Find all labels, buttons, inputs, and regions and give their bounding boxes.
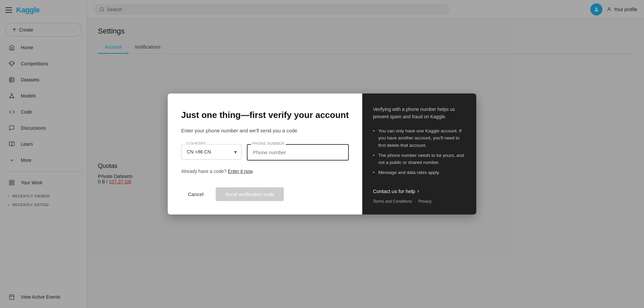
modal-subtitle: Enter your phone number and we'll send y… [181, 128, 349, 133]
already-have-code-text: Already have a code? Enter it now. [181, 169, 349, 174]
privacy-link[interactable]: Privacy [418, 199, 431, 204]
cancel-button[interactable]: Cancel [181, 187, 210, 201]
arrow-right-icon: › [417, 188, 419, 194]
modal-actions: Cancel Send verification code [181, 187, 349, 201]
phone-label: PHONE NUMBER [251, 141, 286, 145]
contact-us-label: Contact us for help [373, 188, 415, 194]
bullet-3: Message and data rates apply. [373, 169, 466, 176]
verify-modal: Just one thing—first verify your account… [168, 94, 476, 214]
modal-left-panel: Just one thing—first verify your account… [168, 94, 362, 214]
modal-footer: Terms and Conditions · Privacy [373, 199, 466, 204]
right-intro-text: Verifying with a phone number helps us p… [373, 106, 466, 121]
bullet-2: The phone number needs to be yours, and … [373, 152, 466, 166]
terms-link[interactable]: Terms and Conditions [373, 199, 412, 204]
modal-title: Just one thing—first verify your account [181, 110, 349, 121]
enter-it-now-link[interactable]: Enter it now [228, 169, 252, 174]
modal-right-panel: Verifying with a phone number helps us p… [362, 94, 476, 214]
contact-us-link[interactable]: Contact us for help › [373, 188, 466, 194]
phone-input[interactable] [247, 144, 349, 161]
modal-overlay: Just one thing—first verify your account… [0, 0, 644, 308]
bullet-1: You can only have one Kaggle account. If… [373, 127, 466, 149]
country-field-group: COUNTRY CN +86 CN US +1 GB +44 [181, 144, 241, 161]
country-select-wrapper: CN +86 CN US +1 GB +44 [181, 144, 241, 160]
country-select[interactable]: CN +86 CN US +1 GB +44 [181, 144, 241, 160]
send-verification-button[interactable]: Send verification code [216, 187, 284, 201]
phone-field-group: PHONE NUMBER [247, 144, 349, 161]
form-row: COUNTRY CN +86 CN US +1 GB +44 PHONE NUM… [181, 144, 349, 161]
right-bullets-list: You can only have one Kaggle account. If… [373, 127, 466, 179]
